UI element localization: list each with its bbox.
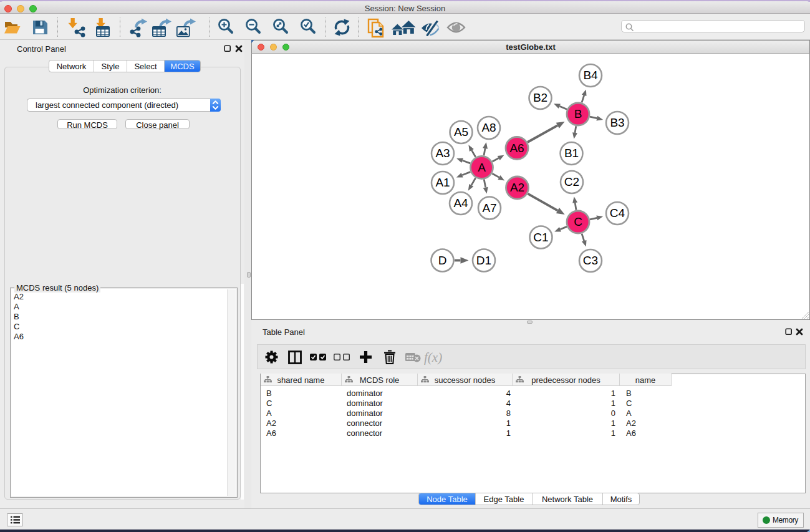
svg-text:A6: A6 [509, 142, 524, 155]
svg-text:A3: A3 [435, 147, 450, 160]
svg-text:A2: A2 [510, 181, 524, 194]
svg-text:A5: A5 [454, 125, 468, 138]
svg-text:A: A [478, 161, 486, 174]
svg-text:B4: B4 [583, 69, 598, 82]
svg-text:C: C [574, 215, 582, 228]
svg-text:A7: A7 [482, 201, 496, 215]
svg-text:A4: A4 [453, 196, 468, 210]
svg-text:C3: C3 [583, 254, 598, 267]
svg-text:C4: C4 [610, 206, 625, 220]
svg-text:D1: D1 [476, 254, 491, 267]
svg-text:B3: B3 [610, 116, 624, 129]
svg-text:A1: A1 [435, 176, 450, 189]
svg-text:B: B [574, 107, 582, 120]
svg-text:A8: A8 [481, 121, 496, 134]
svg-text:D: D [438, 254, 447, 267]
svg-text:C2: C2 [564, 175, 579, 188]
svg-text:C1: C1 [533, 231, 548, 244]
svg-text:B1: B1 [564, 147, 579, 160]
svg-text:B2: B2 [533, 91, 547, 104]
